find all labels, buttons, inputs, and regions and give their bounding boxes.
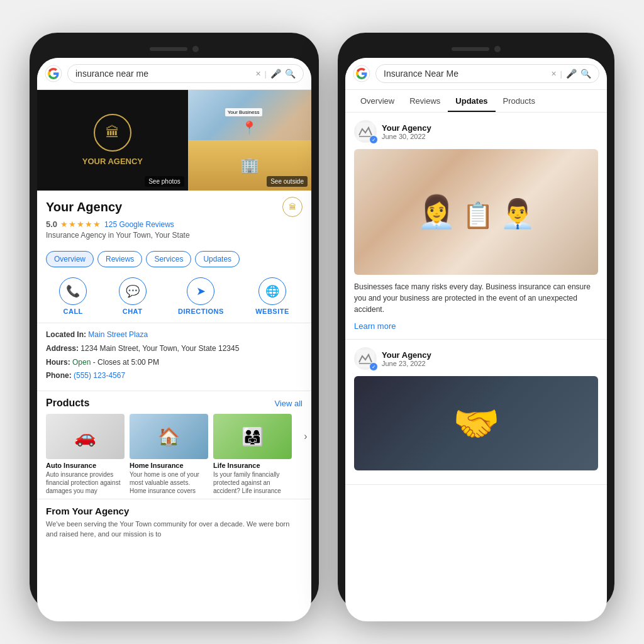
speaker-right [452,47,489,51]
post-date-2: June 23, 2022 [382,360,431,367]
search-bar-left: insurance near me × | 🎤 🔍 [37,58,311,90]
phone-value[interactable]: (555) 123-4567 [74,371,125,380]
located-in-row: Located In: Main Street Plaza [46,330,303,340]
phone-row: Phone: (555) 123-4567 [46,370,303,381]
agency-logo-icon: 🏛 [106,125,119,141]
from-agency-section: From Your Agency We've been serving the … [37,499,311,545]
mic-icon-right[interactable]: 🎤 [566,69,577,79]
website-button[interactable]: 🌐 WEBSITE [255,277,289,315]
screen-right: Insurance Near Me × | 🎤 🔍 Overview Revie… [345,58,607,604]
tab-reviews[interactable]: Reviews [97,251,142,267]
phone-top-bar-left [37,40,311,58]
search-text-right: Insurance Near Me [384,69,458,79]
address-row: Address: 1234 Main Street, Your Town, Yo… [46,343,303,354]
search-icons-right: × | 🎤 🔍 [551,69,591,79]
phone-inner-right: Insurance Near Me × | 🎤 🔍 Overview Revie… [345,58,607,621]
search-icon-right[interactable]: 🔍 [580,69,591,79]
products-next-arrow[interactable]: › [297,414,311,459]
hero-map-area: Your Business 📍 🏢 See outside [188,90,311,191]
home-img-placeholder: 🏠 [130,414,208,459]
scene: insurance near me × | 🎤 🔍 🏛 [0,0,644,644]
product-home[interactable]: 🏠 Home Insurance Your home is one of you… [130,414,208,495]
search-input-left[interactable]: insurance near me × | 🎤 🔍 [67,64,304,83]
post-card-1: ✓ Your Agency June 30, 2022 👩‍💼 [345,113,607,340]
tab-services[interactable]: Services [146,251,191,267]
right-tab-reviews[interactable]: Reviews [402,90,448,112]
from-agency-title: From Your Agency [46,506,303,516]
rating-score: 5.0 [46,219,57,229]
phone-right: Insurance Near Me × | 🎤 🔍 Overview Revie… [338,33,614,611]
clear-icon-right[interactable]: × [551,69,556,79]
hours-close: - Closes at 5:00 PM [93,358,159,367]
from-agency-text: We've been serving the Your Town communi… [46,519,303,539]
post-avatar-1: ✓ [354,120,377,143]
nav-tabs-left: Overview Reviews Services Updates [37,251,311,272]
reviews-link[interactable]: 125 Google Reviews [104,220,174,229]
right-nav-tabs: Overview Reviews Updates Products [345,90,607,113]
your-business-label: Your Business [225,108,262,116]
speaker-left [150,47,187,51]
chat-button[interactable]: 💬 CHAT [119,277,147,315]
map-pin: 📍 [242,120,257,135]
info-rows: Located In: Main Street Plaza Address: 1… [37,323,311,391]
search-input-right[interactable]: Insurance Near Me × | 🎤 🔍 [375,64,599,83]
google-logo-right [353,65,370,82]
tab-overview[interactable]: Overview [46,251,94,267]
post-header-1: ✓ Your Agency June 30, 2022 [354,120,598,143]
map-placeholder: Your Business 📍 🏢 [188,90,311,191]
clear-icon-left[interactable]: × [255,69,260,79]
call-button[interactable]: 📞 CALL [59,277,87,315]
post-text-1: Businesses face many risks every day. Bu… [354,281,598,315]
hero-agency-logo: 🏛 YOUR AGENCY See photos [37,90,188,191]
verified-badge-1: ✓ [369,135,378,144]
chat-label: CHAT [123,308,143,315]
biz-header: Your Agency 🏛 [46,197,303,217]
post-image-placeholder-2: 🤝 [354,376,598,470]
product-life-name: Life Insurance [213,462,292,469]
post-meta-1: Your Agency June 30, 2022 [382,123,431,140]
right-tab-overview[interactable]: Overview [353,90,402,112]
phone-top-bar-right [345,40,607,58]
located-in-value[interactable]: Main Street Plaza [88,330,148,339]
view-all-link[interactable]: View all [274,399,303,408]
post-image-1: 👩‍💼 📋 👨‍💼 [354,149,598,275]
business-name: Your Agency [46,200,122,214]
see-outside-button[interactable]: See outside [267,176,308,187]
phone-label: Phone: [46,371,72,380]
products-header: Products View all [46,397,303,409]
learn-more-link[interactable]: Learn more [354,321,396,331]
mic-icon-left[interactable]: 🎤 [270,69,281,79]
post-date-1: June 30, 2022 [382,133,431,140]
google-logo-left [45,65,62,82]
action-buttons: 📞 CALL 💬 CHAT ➤ DIRECTIONS 🌐 WEBSITE [37,272,311,323]
product-life[interactable]: 👨‍👩‍👧 Life Insurance Is your family fina… [213,414,292,495]
right-tab-updates[interactable]: Updates [448,90,495,112]
product-home-name: Home Insurance [130,462,208,469]
biz-logo-small: 🏛 [282,197,303,217]
screen-left: insurance near me × | 🎤 🔍 🏛 [37,58,311,604]
see-photos-button[interactable]: See photos [145,176,184,187]
rating-row: 5.0 ★★★★★ 125 Google Reviews [46,219,303,229]
auto-img-placeholder: 🚗 [46,414,125,459]
post-image-2: 🤝 [354,376,598,470]
search-bar-right: Insurance Near Me × | 🎤 🔍 [345,58,607,90]
tab-updates[interactable]: Updates [195,251,240,267]
camera-right [494,46,501,52]
product-auto-name: Auto Insurance [46,462,125,469]
biz-logo-icon-small: 🏛 [289,203,296,211]
products-title: Products [46,397,89,409]
search-text-left: insurance near me [75,69,148,79]
hours-label: Hours: [46,358,70,367]
stars: ★★★★★ [60,219,101,229]
verified-badge-2: ✓ [369,362,378,371]
post-meta-2: Your Agency June 23, 2022 [382,350,431,367]
post-agency-name-1: Your Agency [382,123,431,133]
directions-button[interactable]: ➤ DIRECTIONS [178,277,224,315]
phone-inner-left: insurance near me × | 🎤 🔍 🏛 [37,58,311,621]
product-auto[interactable]: 🚗 Auto Insurance Auto insurance provides… [46,414,125,495]
product-home-image: 🏠 [130,414,208,459]
search-icon-left[interactable]: 🔍 [285,69,296,79]
right-tab-products[interactable]: Products [496,90,543,112]
agency-logo-circle: 🏛 [94,114,131,152]
camera-left [192,46,199,52]
